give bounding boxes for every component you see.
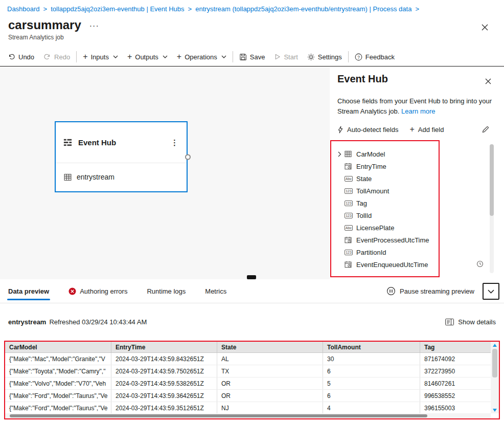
tab-authoring-errors[interactable]: Authoring errors xyxy=(68,279,127,303)
toolbar: Undo Redo + Inputs + Outputs + Operation… xyxy=(3,48,399,65)
redo-icon xyxy=(43,53,51,60)
pause-streaming-button[interactable]: Pause streaming preview xyxy=(386,279,474,303)
breadcrumb-link-entrystream-tollappd[interactable]: entrystream (tollappdz5ajq2ozi3em-eventh… xyxy=(195,5,411,13)
table-row: {"Make":"Volvo","Model":"V70","Veh2024-0… xyxy=(5,377,491,390)
output-connector[interactable] xyxy=(185,154,191,160)
show-details-button[interactable]: Show details xyxy=(445,318,496,326)
vertical-scrollbar-thumb[interactable] xyxy=(492,349,497,377)
event-hub-node[interactable]: Event Hub ⋮ entrystream xyxy=(55,121,188,192)
gear-icon xyxy=(307,53,315,61)
more-menu-button[interactable]: ··· xyxy=(89,22,99,30)
error-icon xyxy=(68,287,76,295)
text-badge: Abc xyxy=(345,225,353,231)
add-field-button[interactable]: + Add field xyxy=(409,125,444,134)
field-name: TollAmount xyxy=(356,187,389,195)
tab-label: Runtime logs xyxy=(147,287,186,295)
settings-button[interactable]: Settings xyxy=(303,49,347,65)
table-cell: 2024-03-29T14:43:59.7502651Z xyxy=(111,365,217,377)
number-badge: 123 xyxy=(345,250,353,255)
table-icon xyxy=(64,173,72,181)
horizontal-scrollbar[interactable] xyxy=(5,413,491,418)
field-row-tag[interactable]: 123Tag xyxy=(331,197,439,209)
learn-more-link[interactable]: Learn more xyxy=(401,107,435,115)
breadcrumb-link-tollappdz5ajq2ozi3em[interactable]: tollappdz5ajq2ozi3em-eventhub | Event Hu… xyxy=(51,5,184,13)
vertical-scrollbar[interactable] xyxy=(491,342,499,413)
field-row-licenseplate[interactable]: AbcLicensePlate xyxy=(331,221,439,234)
fields-highlight-box: CarModelEntryTimeAbcState123TollAmount12… xyxy=(330,140,440,277)
breadcrumb-separator: > xyxy=(188,5,192,13)
tab-data-preview[interactable]: Data preview xyxy=(8,279,49,303)
save-button[interactable]: Save xyxy=(235,49,270,65)
horizontal-scrollbar-thumb[interactable] xyxy=(10,414,427,417)
table-cell: {"Make":"Ford","Model":"Taurus","Ve xyxy=(5,402,111,413)
start-label: Start xyxy=(284,53,297,61)
table-cell: 30 xyxy=(323,353,420,365)
tab-runtime-logs[interactable]: Runtime logs xyxy=(147,279,186,303)
tab-label: Metrics xyxy=(205,287,226,295)
expand-chevron-icon[interactable] xyxy=(338,151,345,157)
datetime-icon xyxy=(345,163,353,170)
field-row-eventprocessedutctime[interactable]: EventProcessedUtcTime xyxy=(331,234,439,246)
field-row-entrytime[interactable]: EntryTime xyxy=(331,160,439,172)
plus-icon: + xyxy=(127,53,132,61)
number-type-icon: 123 xyxy=(345,201,353,206)
panel-actions: Auto-detect fields + Add field xyxy=(337,124,491,135)
add-operations-dropdown[interactable]: + Operations xyxy=(172,49,231,65)
feedback-button[interactable]: ? Feedback xyxy=(350,49,399,65)
bottom-tabs-bar: Data previewAuthoring errorsRuntime logs… xyxy=(0,279,504,303)
close-editor-button[interactable] xyxy=(480,23,490,32)
datetime-icon xyxy=(345,261,353,268)
panel-scrollbar-thumb[interactable] xyxy=(490,144,494,216)
breadcrumb-link-dashboard[interactable]: Dashboard xyxy=(7,5,40,13)
table-cell: 2024-03-29T14:43:59.3512651Z xyxy=(111,402,217,413)
field-name: LicensePlate xyxy=(356,224,394,232)
field-name: Tag xyxy=(356,199,367,207)
panel-scrollbar[interactable] xyxy=(490,144,494,273)
table-cell: OR xyxy=(217,390,323,402)
panel-close-button[interactable] xyxy=(484,77,493,86)
scroll-up-button[interactable] xyxy=(491,342,499,348)
collapse-preview-button[interactable] xyxy=(483,283,499,300)
field-row-state[interactable]: AbcState xyxy=(331,172,439,185)
field-row-carmodel[interactable]: CarModel xyxy=(331,148,439,160)
field-row-partitionid[interactable]: 123PartitionId xyxy=(331,246,439,258)
column-header-entrytime: EntryTime xyxy=(111,342,217,352)
table-cell: {"Make":"Ford","Model":"Taurus","Ve xyxy=(5,390,111,402)
add-outputs-dropdown[interactable]: + Outputs xyxy=(123,49,172,65)
field-row-eventenqueuedutctime[interactable]: EventEnqueuedUtcTime xyxy=(331,258,439,271)
pause-label: Pause streaming preview xyxy=(400,287,474,295)
plus-icon: + xyxy=(409,125,414,134)
triangle-down-icon xyxy=(493,409,497,412)
edit-fields-button[interactable] xyxy=(480,124,491,135)
auto-detect-fields-button[interactable]: Auto-detect fields xyxy=(337,126,398,134)
config-panel: Event Hub Choose fields from your Event … xyxy=(330,66,504,279)
field-row-tollid[interactable]: 123TollId xyxy=(331,209,439,221)
field-name: EventProcessedUtcTime xyxy=(356,236,429,244)
text-badge: Abc xyxy=(345,176,353,182)
panel-title: Event Hub xyxy=(337,73,388,85)
field-row-tollamount[interactable]: 123TollAmount xyxy=(331,185,439,197)
table-cell: 996538552 xyxy=(420,390,491,402)
table-grid: CarModelEntryTimeStateTollAmountTag {"Ma… xyxy=(5,342,491,413)
table-cell: 6 xyxy=(323,390,420,402)
node-menu-button[interactable]: ⋮ xyxy=(170,138,179,147)
tab-metrics[interactable]: Metrics xyxy=(205,279,226,303)
redo-button[interactable]: Redo xyxy=(39,49,75,65)
number-badge: 123 xyxy=(345,213,353,218)
save-label: Save xyxy=(250,53,265,61)
diagram-canvas[interactable]: Event Hub ⋮ entrystream xyxy=(0,66,330,279)
undo-label: Undo xyxy=(18,53,34,61)
scroll-down-button[interactable] xyxy=(491,407,499,413)
text-type-icon: Abc xyxy=(345,176,353,182)
auto-detect-label: Auto-detect fields xyxy=(347,126,398,134)
table-row: {"Make":"Ford","Model":"Taurus","Ve2024-… xyxy=(5,402,491,413)
field-name: EventEnqueuedUtcTime xyxy=(356,261,428,269)
add-inputs-dropdown[interactable]: + Inputs xyxy=(78,49,123,65)
undo-button[interactable]: Undo xyxy=(3,49,39,65)
preview-stream-name: entrystream xyxy=(8,318,46,326)
tabs: Data previewAuthoring errorsRuntime logs… xyxy=(8,279,226,303)
column-header-carmodel: CarModel xyxy=(5,342,111,352)
number-badge: 123 xyxy=(345,201,353,206)
start-button[interactable]: Start xyxy=(269,49,302,65)
panel-resize-handle[interactable] xyxy=(247,275,256,279)
